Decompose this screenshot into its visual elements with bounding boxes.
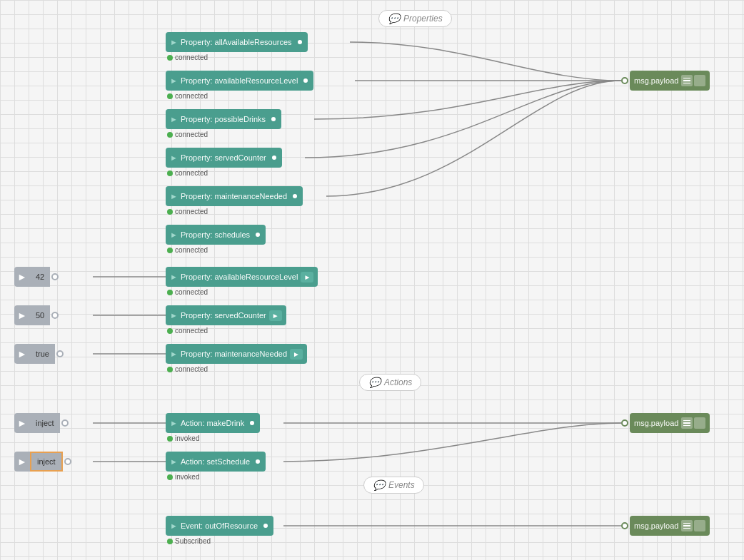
msg-payload-3: msg.payload (630, 516, 710, 536)
arrow-icon-p3: ► (170, 115, 178, 123)
corner-btn-m2[interactable] (694, 417, 705, 429)
corner-btn-m3[interactable] (694, 520, 705, 531)
node-a2[interactable]: ► Action: setSchedule invoked (166, 452, 266, 472)
inject-makedrank-label-box: inject (30, 413, 60, 433)
arrow-inject-42: ► (17, 271, 27, 282)
menu-icon-m2[interactable] (681, 417, 693, 429)
node-p4[interactable]: ► Property: servedCounter connected (166, 148, 282, 168)
status-p3: connected (175, 131, 208, 138)
node-p9-badge: ► (290, 349, 303, 360)
port-a2-right (254, 458, 261, 465)
node-e1[interactable]: ► Event: outOfResource Subscribed (166, 516, 273, 536)
events-section-label: 💬 Events (363, 477, 424, 494)
corner-btn-m1[interactable] (694, 75, 705, 86)
comment-icon: 💬 (388, 13, 400, 24)
port-m2-left (621, 419, 628, 427)
arrow-icon-e1: ► (170, 521, 178, 530)
node-a2-label: Action: setSchedule (181, 457, 250, 466)
status-dot-p2 (167, 93, 173, 99)
node-p3[interactable]: ► Property: possibleDrinks connected (166, 109, 281, 129)
arrow-inject-makedrank: ► (17, 417, 27, 429)
port-p6-right (254, 231, 261, 238)
inject-makedrank-left-btn[interactable]: ► (14, 413, 30, 433)
node-p8-label: Property: servedCounter (181, 311, 266, 320)
comment-icon-actions: 💬 (368, 377, 381, 388)
arrow-icon-p8: ► (170, 311, 178, 320)
node-p1[interactable]: ► Property: allAvailableResources connec… (166, 32, 308, 52)
msg-payload-2-label: msg.payload (634, 419, 678, 427)
node-p9[interactable]: ► Property: maintenanceNeeded ► connecte… (166, 344, 307, 364)
status-p5: connected (175, 208, 208, 215)
status-dot-p8 (167, 328, 173, 334)
menu-icon-m3[interactable] (681, 520, 693, 531)
msg-payload-3-label: msg.payload (634, 521, 678, 530)
msg-payload-1-wrapper[interactable]: msg.payload (621, 71, 710, 91)
port-p5-right (291, 193, 298, 200)
arrow-icon-a2: ► (170, 457, 178, 466)
inject-50-left-btn[interactable]: ► (14, 305, 30, 325)
node-p6[interactable]: ► Property: schedules connected (166, 225, 266, 245)
node-p1-label: Property: allAvailableResources (181, 38, 292, 46)
port-m1-left (621, 77, 628, 84)
status-p4: connected (175, 169, 208, 177)
arrow-icon-p9: ► (170, 350, 178, 358)
port-inject-42-right (51, 273, 59, 280)
status-p7: connected (175, 288, 208, 296)
arrow-icon-p5: ► (170, 192, 178, 200)
inject-setschedule-row: ► inject (14, 452, 71, 472)
status-dot-p7 (167, 290, 173, 295)
status-dot-p5 (167, 209, 173, 215)
node-p7-label: Property: availableResourceLevel (181, 273, 298, 281)
node-p2[interactable]: ► Property: availableResourceLevel conne… (166, 71, 313, 91)
node-p5[interactable]: ► Property: maintenanceNeeded connected (166, 186, 303, 206)
status-dot-p3 (167, 132, 173, 138)
port-p2-right (302, 77, 309, 84)
arrow-icon-p1: ► (170, 38, 178, 46)
inject-42-left-btn[interactable]: ► (14, 267, 30, 287)
arrow-icon-p7: ► (170, 273, 178, 281)
port-inject-true-right (56, 350, 64, 357)
node-p8-badge: ► (269, 310, 282, 321)
port-p4-right (271, 154, 278, 161)
arrow-inject-true: ► (17, 348, 27, 360)
port-p3-right (270, 116, 277, 123)
msg-payload-2-wrapper[interactable]: msg.payload (621, 413, 710, 433)
msg-payload-3-wrapper[interactable]: msg.payload (621, 516, 710, 536)
node-p2-label: Property: availableResourceLevel (181, 76, 298, 85)
actions-label: Actions (384, 377, 412, 387)
port-inject-setschedule-right (64, 458, 71, 465)
node-p6-label: Property: schedules (181, 230, 250, 239)
properties-label: Properties (403, 14, 443, 24)
status-a1: invoked (175, 434, 199, 442)
port-p1-right (296, 39, 303, 46)
status-a2: invoked (175, 473, 199, 481)
inject-true-label: true (36, 350, 49, 358)
status-dot-e1 (167, 539, 173, 544)
arrow-inject-50: ► (17, 310, 27, 321)
inject-42-wrapper: ► 42 (14, 267, 59, 287)
node-p8[interactable]: ► Property: servedCounter ► connected (166, 305, 286, 325)
properties-section-label: 💬 Properties (378, 10, 452, 27)
msg-payload-1-label: msg.payload (634, 76, 678, 85)
menu-icon-m1[interactable] (681, 75, 693, 86)
arrow-icon-p2: ► (170, 76, 178, 85)
inject-true-left-btn[interactable]: ► (14, 344, 30, 364)
status-p1: connected (175, 54, 208, 61)
inject-true-label-box: true (30, 344, 55, 364)
arrow-inject-setschedule: ► (17, 456, 27, 467)
arrow-icon-a1: ► (170, 419, 178, 427)
node-p7[interactable]: ► Property: availableResourceLevel ► con… (166, 267, 318, 287)
status-p2: connected (175, 92, 208, 100)
port-a1-right (248, 419, 256, 427)
node-p5-label: Property: maintenanceNeeded (181, 192, 287, 200)
inject-true-row: ► true (14, 344, 64, 364)
inject-setschedule-wrapper: ► inject (14, 452, 71, 472)
port-e1-right (262, 522, 269, 529)
inject-makedrank-wrapper: ► inject (14, 413, 69, 433)
status-dot-p9 (167, 367, 173, 372)
inject-setschedule-label: inject (37, 457, 56, 466)
inject-setschedule-left-btn[interactable]: ► (14, 452, 30, 472)
node-a1[interactable]: ► Action: makeDrink invoked (166, 413, 260, 433)
node-e1-label: Event: outOfResource (181, 521, 258, 530)
port-inject-50-right (51, 312, 59, 319)
